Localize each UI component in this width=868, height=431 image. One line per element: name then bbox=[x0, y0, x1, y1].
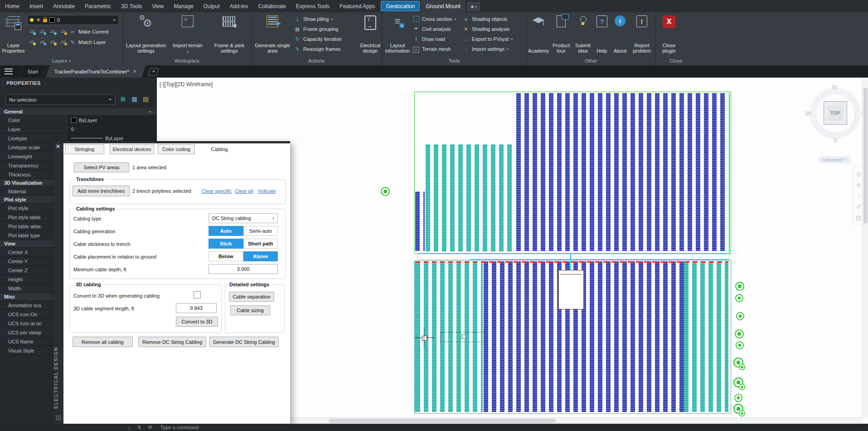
viewcube-south[interactable]: S bbox=[833, 136, 838, 144]
indicate-link[interactable]: Indicate bbox=[258, 188, 276, 194]
menu-item-add-ins[interactable]: Add-ins bbox=[225, 0, 253, 12]
segment-length-input[interactable] bbox=[176, 303, 217, 313]
semi-auto-option[interactable]: Semi-auto bbox=[243, 226, 278, 236]
academy-button[interactable]: Academy bbox=[528, 13, 549, 55]
short-path-option[interactable]: Short path bbox=[243, 239, 278, 249]
quick-select-icon[interactable]: ▤ bbox=[141, 95, 150, 103]
menu-item-ground-mount[interactable]: Ground Mount bbox=[421, 0, 466, 12]
layer-walk-icon[interactable]: ▱ bbox=[27, 27, 36, 35]
viewcube-top-face[interactable]: TOP bbox=[824, 101, 847, 125]
import-settings-button[interactable]: ↓Import settings▾ bbox=[462, 44, 509, 54]
tab-start[interactable]: Start bbox=[19, 65, 47, 78]
menu-item-manage[interactable]: Manage bbox=[169, 0, 198, 12]
menu-item-home[interactable]: Home bbox=[0, 0, 24, 12]
cross-section-button[interactable]: Cross section▾ bbox=[412, 15, 456, 24]
hamburger-menu-icon[interactable] bbox=[5, 69, 13, 74]
close-palette-icon[interactable]: ✕ bbox=[56, 143, 60, 150]
tab-stringing[interactable]: Stringing bbox=[65, 144, 104, 154]
stick-option[interactable]: Stick bbox=[209, 239, 243, 249]
report-problem-button[interactable]: !Report problem bbox=[630, 13, 654, 55]
cable-sizing-button[interactable]: Cable sizing bbox=[230, 305, 270, 315]
panel-label-layers[interactable]: Layers▾ bbox=[0, 56, 123, 65]
frame-grouping-button[interactable]: ▦Frame grouping bbox=[294, 24, 339, 34]
updown-icon[interactable]: ⇅ bbox=[137, 425, 141, 431]
import-terrain-button[interactable]: ↓ Import terrain ▾ bbox=[168, 13, 207, 55]
clear-specific-link[interactable]: Clear specific bbox=[202, 188, 232, 194]
shading-analysis-button[interactable]: ☀Shading analysis bbox=[462, 24, 509, 34]
submit-idea-button[interactable]: Submit idea bbox=[573, 13, 593, 55]
help-button[interactable]: ?Help bbox=[594, 13, 610, 55]
tab-electrical-devices[interactable]: Electrical devices bbox=[110, 144, 154, 154]
convert-to-3d-button[interactable]: Convert to 3D bbox=[176, 317, 218, 327]
select-objects-icon[interactable]: ▦ bbox=[130, 95, 139, 103]
auto-option[interactable]: Auto bbox=[209, 226, 243, 236]
menu-item-express-tools[interactable]: Express Tools bbox=[291, 0, 335, 12]
tab-color-coding[interactable]: Color coding bbox=[158, 144, 195, 154]
frame-park-settings-button[interactable]: ⚙ Frame & park settings bbox=[209, 13, 250, 55]
layer-freeze-tool-icon[interactable]: ▱ bbox=[48, 27, 57, 35]
viewcube-west[interactable]: W bbox=[805, 109, 811, 117]
customize-icon[interactable]: ⚒ bbox=[148, 425, 152, 431]
pickadd-toggle-icon[interactable]: ⊞ bbox=[119, 95, 127, 103]
make-current-button[interactable]: ▱ Make Current bbox=[69, 27, 109, 36]
remove-all-cabling-button[interactable]: Remove all cabling bbox=[73, 337, 133, 347]
showmotion-icon[interactable]: ▤ bbox=[856, 214, 861, 221]
home-icon[interactable]: ⌂ bbox=[128, 425, 131, 430]
menu-item-collaborate[interactable]: Collaborate bbox=[253, 0, 291, 12]
tab-document[interactable]: TrackerParallelTrunkToCombiner* ✕ bbox=[46, 65, 146, 78]
export-to-pvsyst-button[interactable]: →Export to PVsyst▾ bbox=[462, 34, 513, 44]
layout-information-button[interactable]: ≡i Layout information bbox=[384, 13, 411, 55]
shading-objects-button[interactable]: ♠Shading objects bbox=[462, 15, 507, 24]
properties-section-general[interactable]: General▾ bbox=[0, 108, 156, 116]
zoom-icon[interactable]: ◔ bbox=[857, 192, 860, 199]
convert-3d-checkbox[interactable] bbox=[194, 291, 201, 299]
close-plugin-button[interactable]: X Close plugin bbox=[658, 13, 680, 55]
view-name-dropdown[interactable]: Unnamed ▽ bbox=[819, 156, 851, 164]
select-pv-areas-button[interactable]: Select PV areas bbox=[74, 162, 129, 172]
viewport-controls[interactable]: [-][Top][2D Wireframe] bbox=[160, 81, 213, 88]
match-layer-button[interactable]: ✎ Match Layer bbox=[69, 38, 106, 47]
draw-road-button[interactable]: ‖Draw road bbox=[412, 34, 445, 44]
generate-dc-string-cabling-button[interactable]: Generate DC String Cabling bbox=[209, 337, 279, 347]
property-value[interactable]: 0 bbox=[68, 125, 156, 133]
cable-separation-button[interactable]: Cable separation bbox=[229, 292, 274, 302]
palette-properties-icon[interactable] bbox=[56, 415, 62, 420]
palette-title-bar[interactable]: ✕ ELECTRICAL DESIGN bbox=[53, 141, 63, 424]
menu-item-view[interactable]: View bbox=[147, 0, 169, 12]
layer-on-tool-icon[interactable]: ▱ bbox=[27, 38, 36, 46]
menu-item-annotate[interactable]: Annotate bbox=[48, 0, 80, 12]
layer-lock-tool-icon[interactable]: ▱ bbox=[58, 27, 68, 35]
above-option[interactable]: Above bbox=[243, 251, 278, 261]
menu-item-3d-tools[interactable]: 3D Tools bbox=[116, 0, 147, 12]
layer-unlock-tool-icon[interactable]: ▱ bbox=[58, 38, 68, 46]
menu-item-output[interactable]: Output bbox=[199, 0, 225, 12]
cabling-type-dropdown[interactable]: DC String cabling ▾ bbox=[209, 213, 278, 223]
steering-wheel-icon[interactable]: ◎ bbox=[856, 171, 861, 177]
generate-single-area-button[interactable]: ▶ Generate single area bbox=[253, 13, 292, 55]
vertical-scroll-thumb[interactable] bbox=[863, 88, 868, 224]
depth-input[interactable] bbox=[209, 264, 278, 274]
menu-item-insert[interactable]: Insert bbox=[24, 0, 48, 12]
terrain-mesh-button[interactable]: ▲Terrain mesh bbox=[412, 44, 451, 54]
remove-dc-string-cabling-button[interactable]: Remove DC String Cabling bbox=[138, 337, 206, 347]
ribbon-display-toggle[interactable]: ▣▾ bbox=[467, 2, 480, 11]
vertical-scrollbar[interactable] bbox=[862, 78, 868, 418]
clear-all-link[interactable]: Clear all bbox=[235, 188, 253, 194]
reassign-frames-button[interactable]: ✎Reassign frames bbox=[294, 44, 341, 54]
menu-item-featured-apps[interactable]: Featured Apps bbox=[335, 0, 380, 12]
menu-item-geolocation[interactable]: Geolocation bbox=[381, 1, 420, 11]
view-cube[interactable]: N W E S TOP bbox=[806, 84, 865, 143]
below-option[interactable]: Below bbox=[209, 251, 243, 261]
tab-cabling[interactable]: Cabling bbox=[199, 143, 240, 155]
palette-grip[interactable] bbox=[1, 80, 4, 86]
orbit-icon[interactable]: ↺ bbox=[856, 203, 861, 210]
civil-analysis-button[interactable]: ☂Civil analysis bbox=[412, 24, 451, 34]
layout-generation-settings-button[interactable]: ⚙⚙ Layout generation settings bbox=[126, 13, 166, 55]
property-value[interactable]: ByLayer bbox=[68, 116, 156, 124]
close-tab-icon[interactable]: ✕ bbox=[133, 69, 137, 74]
command-line-hint[interactable]: Type a command bbox=[160, 425, 199, 430]
new-tab-button[interactable]: + bbox=[148, 68, 160, 76]
product-tour-button[interactable]: Product tour bbox=[550, 13, 572, 55]
capacity-iteration-button[interactable]: ↻Capacity iteration bbox=[294, 34, 342, 44]
viewcube-north[interactable]: N bbox=[832, 83, 837, 91]
